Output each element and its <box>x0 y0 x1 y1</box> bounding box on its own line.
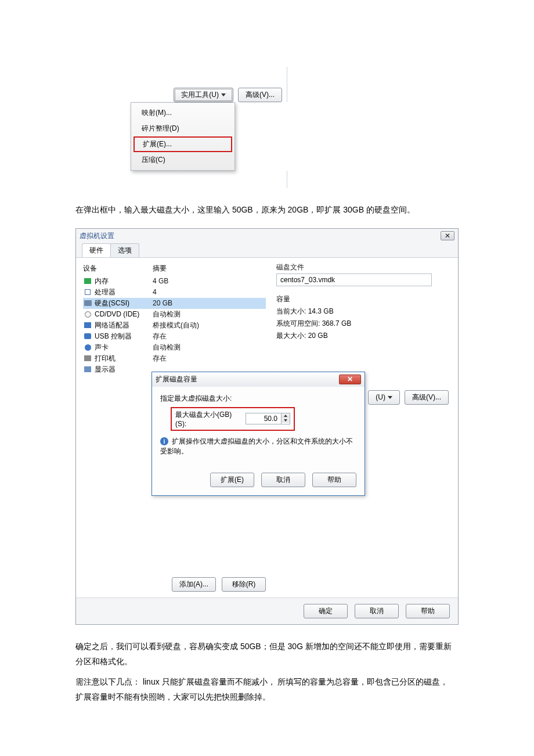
device-summary: 桥接模式(自动) <box>153 321 266 330</box>
device-name: 处理器 <box>95 287 153 297</box>
display-icon <box>84 366 91 372</box>
device-name: 打印机 <box>95 354 153 363</box>
device-row-nic[interactable]: 网络适配器 桥接模式(自动) <box>83 320 266 331</box>
col-header-summary: 摘要 <box>153 264 266 273</box>
menu-item-defrag[interactable]: 碎片整理(D) <box>131 121 234 136</box>
device-row-cd[interactable]: CD/DVD (IDE) 自动检测 <box>83 309 266 320</box>
device-summary: 20 GB <box>153 299 266 307</box>
device-summary: 4 GB <box>153 277 266 285</box>
menu-item-compress[interactable]: 压缩(C) <box>131 152 234 168</box>
tab-hardware[interactable]: 硬件 <box>82 243 111 257</box>
dialog-help-button[interactable]: 帮助 <box>406 604 450 618</box>
device-name: 声卡 <box>95 343 153 352</box>
memory-icon <box>84 278 91 284</box>
paragraph-3: 需注意以下几点： linux 只能扩展磁盘容量而不能减小， 所填写的容量为总容量… <box>75 674 459 705</box>
current-size: 当前大小: 14.3 GB <box>276 307 451 316</box>
device-summary: 存在 <box>153 332 266 341</box>
device-summary: 4 <box>153 288 266 296</box>
device-detail-panel: 磁盘文件 centos7_03.vmdk 容量 当前大小: 14.3 GB 系统… <box>276 262 451 592</box>
expand-dialog-title: 扩展磁盘容量 <box>156 375 197 384</box>
device-summary: 自动检测 <box>153 309 266 319</box>
menu-item-map[interactable]: 映射(M)... <box>131 105 234 121</box>
device-name: 内存 <box>95 276 153 286</box>
device-name: USB 控制器 <box>95 332 153 341</box>
chevron-down-icon <box>221 93 226 96</box>
device-row-hdd[interactable]: 硬盘(SCSI) 20 GB <box>83 298 266 309</box>
vm-settings-dialog: 虚拟机设置 ✕ 硬件 选项 设备 摘要 内存 4 GB <box>75 228 459 625</box>
paragraph-1: 在弹出框中，输入最大磁盘大小，这里输入 50GB，原来为 20GB，即扩展 30… <box>75 202 459 218</box>
network-icon <box>84 322 91 328</box>
dialog-ok-button[interactable]: 确定 <box>304 604 348 618</box>
capacity-label: 容量 <box>276 294 451 304</box>
max-size: 最大大小: 20 GB <box>276 331 451 341</box>
chevron-down-icon <box>388 396 392 399</box>
device-summary: 存在 <box>153 354 266 363</box>
tab-options[interactable]: 选项 <box>110 243 139 257</box>
disk-file-field[interactable]: centos7_03.vmdk <box>276 273 432 286</box>
dialog-title: 虚拟机设置 <box>80 231 114 241</box>
cd-icon <box>85 311 91 318</box>
expand-confirm-button[interactable]: 扩展(E) <box>210 473 254 487</box>
menu-item-expand[interactable]: 扩展(E)... <box>134 136 232 152</box>
disk-file-label: 磁盘文件 <box>276 262 451 272</box>
max-disk-size-label: 最大磁盘大小(GB)(S): <box>175 410 242 428</box>
remove-device-button[interactable]: 移除(R) <box>222 577 266 592</box>
device-row-memory[interactable]: 内存 4 GB <box>83 276 266 287</box>
utility-dropdown-figure: 实用工具(U) 高级(V)... 映射(M)... 碎片整理(D) 扩展(E).… <box>125 67 287 188</box>
device-row-printer[interactable]: 打印机 存在 <box>83 353 266 364</box>
device-name: 网络适配器 <box>95 321 153 330</box>
dialog-close-button[interactable]: ✕ <box>441 231 454 240</box>
sound-icon <box>85 344 91 351</box>
utilities-button-right[interactable]: (U) <box>368 390 400 405</box>
col-header-device: 设备 <box>83 264 153 273</box>
hdd-icon <box>84 300 92 306</box>
device-row-usb[interactable]: USB 控制器 存在 <box>83 331 266 342</box>
advanced-button-label: 高级(V)... <box>246 90 275 100</box>
device-row-sound[interactable]: 声卡 自动检测 <box>83 342 266 353</box>
device-name: 硬盘(SCSI) <box>95 298 153 308</box>
advanced-button[interactable]: 高级(V)... <box>238 88 282 102</box>
device-summary: 自动检测 <box>153 343 266 352</box>
advanced-button-right[interactable]: 高级(V)... <box>405 390 449 405</box>
utilities-button-right-label: (U) <box>376 393 385 401</box>
dialog-titlebar: 虚拟机设置 ✕ <box>76 229 458 243</box>
utilities-button[interactable]: 实用工具(U) <box>174 88 233 102</box>
info-icon: i <box>160 437 168 445</box>
utilities-button-label: 实用工具(U) <box>181 90 219 100</box>
device-row-cpu[interactable]: 处理器 4 <box>83 287 266 298</box>
max-disk-size-value: 50.0 <box>246 413 281 424</box>
usb-icon <box>84 333 91 339</box>
cpu-icon <box>85 289 91 295</box>
add-device-button[interactable]: 添加(A)... <box>172 577 216 592</box>
paragraph-2: 确定之后，我们可以看到硬盘，容易确实变成 50GB；但是 30G 新增加的空间还… <box>75 639 459 669</box>
printer-icon <box>84 355 91 361</box>
device-name: 显示器 <box>95 365 153 375</box>
device-name: CD/DVD (IDE) <box>95 310 153 318</box>
utilities-dropdown-menu: 映射(M)... 碎片整理(D) 扩展(E)... 压缩(C) <box>131 102 235 171</box>
tabstrip: 硬件 选项 <box>76 243 458 258</box>
system-free-space: 系统可用空间: 368.7 GB <box>276 319 451 329</box>
device-list-panel: 设备 摘要 内存 4 GB 处理器 4 硬盘 <box>83 262 266 592</box>
dialog-cancel-button[interactable]: 取消 <box>355 604 399 618</box>
